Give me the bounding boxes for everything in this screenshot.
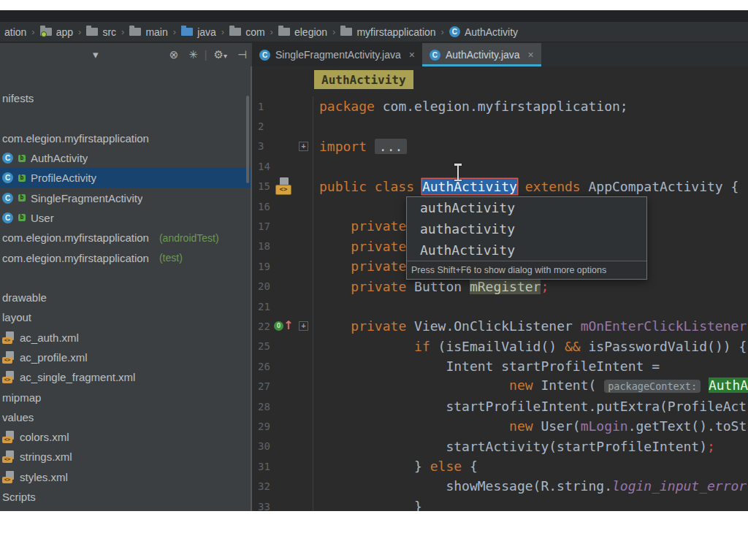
gutter-22: 22O↑+ bbox=[252, 316, 313, 336]
tree-item-label: ac_profile.xml bbox=[20, 351, 88, 364]
visibility-chip-icon: b bbox=[18, 174, 26, 182]
gutter-2: 2 bbox=[252, 116, 313, 136]
breadcrumb-item-elegion[interactable]: elegion bbox=[275, 26, 330, 38]
breadcrumb-label: elegion bbox=[294, 26, 327, 38]
tree-item-AuthActivity[interactable]: CbAuthActivity bbox=[0, 148, 251, 168]
code-text: private bbox=[313, 216, 406, 236]
xml-file-icon: <> bbox=[2, 471, 15, 483]
code-text: } else { bbox=[313, 456, 478, 476]
gear-icon[interactable]: ⚙▾ bbox=[208, 48, 232, 61]
code-token: mLogin bbox=[581, 418, 628, 434]
gutter-14: 14 bbox=[252, 156, 313, 176]
code-line-33: 33 } bbox=[252, 496, 748, 511]
tree-item-label: ac_auth.xml bbox=[20, 331, 79, 344]
gutter-21: 21 bbox=[252, 296, 313, 316]
tree-item-ac_auth.xml[interactable]: <>ac_auth.xml bbox=[0, 328, 251, 348]
gutter-28: 28 bbox=[252, 396, 313, 416]
code-token: AppCompatActivity { bbox=[581, 179, 739, 194]
tree-item-label: SingleFragmentActivity bbox=[31, 192, 142, 204]
tree-item-label: AuthActivity bbox=[31, 152, 88, 164]
code-token: private bbox=[351, 318, 414, 334]
breadcrumb-item-java[interactable]: java bbox=[178, 26, 219, 38]
code-line-26: 26 Intent startProfileIntent = bbox=[252, 356, 748, 376]
close-icon[interactable]: × bbox=[409, 49, 415, 61]
rename-suggestion-AuthActivity[interactable]: AuthActivity bbox=[407, 239, 646, 261]
rename-inplace-box[interactable]: AuthActivity bbox=[422, 179, 517, 194]
tree-item-Scripts[interactable]: Scripts bbox=[0, 487, 251, 507]
line-number: 17 bbox=[258, 220, 275, 232]
breadcrumb-item-main[interactable]: main bbox=[126, 26, 170, 38]
gutter-15: 15<> bbox=[252, 177, 313, 196]
project-tree: nifestscom.elegion.myfirstapplicationCbA… bbox=[0, 66, 251, 507]
line-number: 28 bbox=[258, 401, 275, 413]
code-token bbox=[517, 179, 525, 194]
tree-item-nifests[interactable]: nifests bbox=[0, 88, 251, 108]
breadcrumb-item-app[interactable]: app bbox=[37, 26, 76, 38]
related-layout-icon[interactable]: <> bbox=[275, 177, 291, 195]
visibility-chip-icon: b bbox=[18, 155, 26, 162]
tree-item-drawable[interactable]: drawable bbox=[0, 288, 251, 307]
rename-suggestion-authactivity[interactable]: authactivity bbox=[407, 218, 646, 239]
code-lines: 1package com.elegion.myfirstapplication;… bbox=[252, 96, 748, 511]
rename-suggestion-authActivity[interactable]: authActivity bbox=[407, 197, 646, 218]
gutter-20: 20 bbox=[252, 277, 313, 296]
code-token bbox=[701, 377, 709, 393]
breadcrumb-item-ation[interactable]: ation bbox=[1, 26, 29, 38]
override-circle-icon: O bbox=[274, 321, 283, 331]
code-line-3: 3+import ... bbox=[252, 137, 748, 156]
tree-item-com.elegion.myfirstapplication[interactable]: com.elegion.myfirstapplication(androidTe… bbox=[0, 228, 251, 248]
breadcrumb-label: main bbox=[145, 26, 167, 38]
tree-item-label: nifests bbox=[2, 92, 34, 104]
close-icon[interactable]: × bbox=[528, 49, 534, 61]
line-number: 1 bbox=[258, 101, 275, 112]
collapse-all-icon[interactable]: ✳ bbox=[183, 48, 203, 61]
code-token: if bbox=[414, 339, 430, 354]
code-token: package bbox=[319, 99, 383, 114]
code-token: { bbox=[462, 459, 478, 474]
tree-row-blank bbox=[0, 268, 251, 288]
ide-window: ation›app›src›main›java›com›elegion›myfi… bbox=[0, 10, 748, 511]
code-editor[interactable]: AuthActivity 1package com.elegion.myfirs… bbox=[252, 66, 748, 511]
java-folder-icon bbox=[181, 28, 193, 36]
tree-item-User[interactable]: CbUser bbox=[0, 208, 251, 228]
panel-scrollbar[interactable] bbox=[246, 96, 249, 183]
breadcrumb-item-AuthActivity[interactable]: CAuthActivity bbox=[446, 26, 521, 38]
locate-file-icon[interactable]: ⊗ bbox=[164, 48, 184, 61]
tree-item-colors.xml[interactable]: <>colors.xml bbox=[0, 427, 251, 447]
tree-item-label: com.elegion.myfirstapplication bbox=[2, 132, 149, 145]
fold-icon[interactable]: + bbox=[299, 142, 308, 151]
hide-panel-icon[interactable]: ⊣ bbox=[232, 48, 252, 61]
tree-item-label: ac_single_fragment.xml bbox=[20, 371, 135, 383]
tree-item-ac_profile.xml[interactable]: <>ac_profile.xml bbox=[0, 348, 251, 367]
breadcrumb-item-com[interactable]: com bbox=[226, 26, 267, 38]
tree-item-ac_single_fragment.xml[interactable]: <>ac_single_fragment.xml bbox=[0, 367, 251, 387]
tree-item-com.elegion.myfirstapplication[interactable]: com.elegion.myfirstapplication(test) bbox=[0, 248, 251, 267]
line-number: 22 bbox=[258, 321, 275, 332]
tree-item-ProfileActivity[interactable]: CbProfileActivity bbox=[0, 168, 251, 188]
tab-SingleFragmentActivity.java[interactable]: CSingleFragmentActivity.java× bbox=[252, 43, 422, 66]
tree-item-layout[interactable]: layout bbox=[0, 307, 251, 327]
tree-item-com.elegion.myfirstapplication[interactable]: com.elegion.myfirstapplication bbox=[0, 129, 251, 148]
rename-target-badge: AuthActivity bbox=[314, 70, 413, 89]
project-view-dropdown-icon[interactable]: ▾ bbox=[88, 48, 104, 61]
breadcrumb-item-src[interactable]: src bbox=[83, 26, 119, 38]
tree-item-mipmap[interactable]: mipmap bbox=[0, 387, 251, 407]
rename-suggestions-popup: authActivityauthactivityAuthActivity Pre… bbox=[406, 196, 647, 280]
code-line-32: 32 showMessage(R.string.login_input_erro… bbox=[252, 476, 748, 496]
tree-item-SingleFragmentActivity[interactable]: CbSingleFragmentActivity bbox=[0, 188, 251, 207]
code-token: ... bbox=[375, 139, 408, 154]
gutter-27: 27 bbox=[252, 376, 313, 396]
code-token: startActivity(startProfileIntent) bbox=[319, 439, 707, 454]
tree-item-strings.xml[interactable]: <>strings.xml bbox=[0, 447, 251, 467]
override-gutter-icon[interactable]: O↑ bbox=[274, 321, 296, 332]
class-icon: C bbox=[2, 193, 13, 204]
gutter-33: 33 bbox=[252, 496, 313, 511]
tab-AuthActivity.java[interactable]: CAuthActivity.java× bbox=[422, 43, 541, 66]
tree-item-values[interactable]: values bbox=[0, 407, 251, 427]
code-text: public class AuthActivity extends AppCom… bbox=[313, 177, 739, 196]
breadcrumb-label: myfirstapplication bbox=[356, 26, 435, 38]
line-number: 15 bbox=[258, 180, 275, 192]
breadcrumb-item-myfirstapplication[interactable]: myfirstapplication bbox=[337, 26, 438, 38]
fold-icon[interactable]: + bbox=[299, 321, 308, 331]
tree-item-styles.xml[interactable]: <>styles.xml bbox=[0, 467, 251, 487]
